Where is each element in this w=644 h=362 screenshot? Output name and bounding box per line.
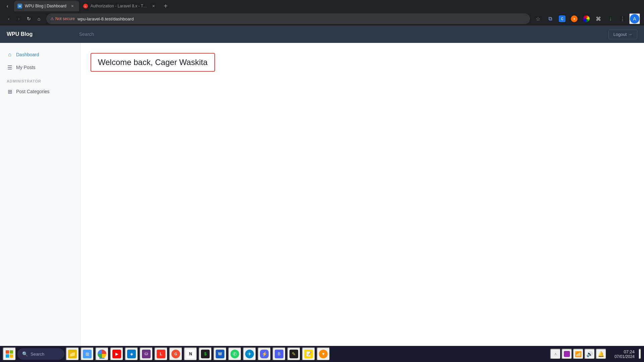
taskbar-pin-file-manager[interactable]: 📁	[66, 347, 79, 361]
extension-4[interactable]: ↓	[605, 13, 616, 24]
taskbar-pin-notion[interactable]: N	[184, 347, 197, 361]
extensions-menu[interactable]: ⋮	[617, 13, 628, 24]
search-input[interactable]	[79, 32, 603, 37]
tray-network-icon[interactable]: 📶	[573, 349, 584, 359]
taskbar-clock[interactable]: 07:24 07/01/2024	[610, 349, 637, 359]
tab-close-wpu[interactable]: ×	[69, 3, 76, 9]
taskbar-pin-telegram[interactable]: ✈	[243, 347, 256, 361]
sidebar-label-my-posts: My Posts	[16, 65, 36, 70]
notes-icon: ✎	[289, 350, 298, 358]
taskbar-pin-discord[interactable]: ⚡	[258, 347, 271, 361]
address-bar[interactable]: ⚠ Not secure wpu-laravel-8.test/dashboar…	[46, 13, 530, 24]
logout-label: Logout →	[613, 32, 632, 37]
extensions-button[interactable]: ⧉	[545, 13, 555, 24]
browser2-icon: B	[275, 350, 283, 358]
files-icon: ⊞	[83, 350, 92, 358]
extension-2[interactable]: ✦	[569, 13, 580, 24]
chevron-left-icon: ‹	[7, 3, 8, 9]
toolbar-icons: ☆ ⧉ C ✦ ⌘ ↓ ⋮ A	[533, 13, 640, 24]
profile-button[interactable]: A	[629, 13, 640, 24]
word-icon: W	[216, 350, 224, 358]
address-url: wpu-laravel-8.test/dashboard	[77, 16, 526, 21]
taskbar-pin-files[interactable]: ⊞	[80, 347, 94, 361]
whatsapp-icon: ✆	[230, 350, 239, 358]
tab-favicon-laravel: L	[83, 4, 88, 8]
telegram-icon: ✈	[245, 350, 254, 358]
taskbar-pin-chrome[interactable]	[95, 347, 109, 361]
taskbar-pin-git[interactable]: G	[169, 347, 182, 361]
clock-time: 07:24	[624, 349, 635, 354]
tab-close-laravel[interactable]: ×	[150, 3, 157, 9]
laravel-icon: L	[157, 350, 165, 358]
app-navbar: WPU Blog Logout →	[0, 25, 644, 43]
file-icon: ☰	[7, 64, 13, 70]
bookmark-button[interactable]: ☆	[533, 13, 543, 24]
discord-icon: ⚡	[260, 350, 269, 358]
taskbar-pin-whatsapp[interactable]: ✆	[228, 347, 241, 361]
taskbar-search-box[interactable]: 🔍 Search	[17, 348, 64, 360]
home-icon: ⌂	[7, 52, 13, 58]
tray-volume-icon[interactable]: 🔊	[584, 349, 595, 359]
show-desktop-button[interactable]	[639, 349, 641, 359]
tab-favicon-wpu: W	[17, 4, 22, 8]
db-icon: ⛁	[142, 350, 151, 358]
sticky-icon: 📝	[304, 350, 313, 358]
taskbar-pin-word[interactable]: W	[213, 347, 227, 361]
extension-1[interactable]: C	[557, 13, 568, 24]
app-brand: WPU Blog	[7, 31, 74, 37]
taskbar-search-icon: 🔍	[22, 351, 28, 357]
youtube-icon: ▶	[112, 350, 121, 358]
tray-overflow[interactable]: ∧	[550, 349, 561, 359]
taskbar-pin-sticky[interactable]: 📝	[302, 347, 315, 361]
taskbar-pin-notes[interactable]: ✎	[287, 347, 301, 361]
tray-purple-icon[interactable]	[561, 349, 572, 359]
main-content: Welcome back, Cager Waskita	[80, 43, 644, 362]
extension-rainbow[interactable]	[581, 13, 592, 24]
warning-icon: ⚠	[50, 16, 54, 21]
reload-button[interactable]: ↻	[24, 14, 34, 23]
new-tab-button[interactable]: +	[161, 1, 170, 11]
clock-date: 07/01/2024	[614, 354, 635, 359]
taskbar-pin-youtube[interactable]: ▶	[110, 347, 123, 361]
sidebar: ⌂ Dashboard ☰ My Posts ADMINISTRATOR ⊞ P…	[0, 43, 80, 362]
address-bar-row: ‹ › ↻ ⌂ ⚠ Not secure wpu-laravel-8.test/…	[0, 12, 644, 25]
git-icon: G	[171, 350, 180, 358]
windows-logo-icon	[6, 350, 13, 358]
file-manager-icon: 📁	[68, 350, 77, 358]
taskbar-pin-db[interactable]: ⛁	[140, 347, 153, 361]
sidebar-item-post-categories[interactable]: ⊞ Post Categories	[0, 85, 80, 98]
security-label: Not secure	[55, 16, 75, 21]
taskbar-pin-browser2[interactable]: B	[272, 347, 286, 361]
system-tray: ∧ 📶 🔊 🔔	[547, 349, 609, 359]
app-container: WPU Blog Logout → ⌂ Dashboard ☰ My Posts…	[0, 25, 644, 362]
logout-button[interactable]: Logout →	[608, 29, 637, 39]
chrome-icon	[98, 350, 106, 358]
browser-chrome: ‹ W WPU Blog | Dashboard × L Authorizati…	[0, 0, 644, 25]
taskbar-pin-terminal[interactable]: $	[199, 347, 212, 361]
taskbar-pin-vlc[interactable]: ▼	[317, 347, 330, 361]
tab-laravel-auth[interactable]: L Authorization - Laravel 8.x - Th... ×	[80, 1, 160, 11]
taskbar: 🔍 Search 📁 ⊞ ▶ ◈ ⛁ L G N $ W ✆	[0, 346, 644, 362]
start-button[interactable]	[3, 347, 16, 361]
welcome-heading: Welcome back, Cager Waskita	[98, 58, 208, 67]
tray-battery-icon[interactable]: 🔔	[596, 349, 606, 359]
tab-title-laravel: Authorization - Laravel 8.x - Th...	[91, 4, 148, 8]
grid-icon: ⊞	[7, 88, 13, 95]
back-button[interactable]: ‹	[4, 14, 13, 23]
tab-wpu-blog[interactable]: W WPU Blog | Dashboard ×	[14, 1, 79, 11]
home-button[interactable]: ⌂	[34, 14, 44, 23]
sidebar-item-my-posts[interactable]: ☰ My Posts	[0, 61, 80, 74]
sidebar-item-dashboard[interactable]: ⌂ Dashboard	[0, 48, 80, 61]
forward-button[interactable]: ›	[14, 14, 23, 23]
security-badge: ⚠ Not secure	[50, 16, 75, 21]
sidebar-label-post-categories: Post Categories	[16, 89, 50, 94]
sidebar-section-administrator: ADMINISTRATOR	[0, 74, 80, 85]
taskbar-pin-vscode[interactable]: ◈	[125, 347, 138, 361]
extension-3[interactable]: ⌘	[593, 13, 604, 24]
tab-back-btn[interactable]: ‹	[3, 1, 12, 11]
notion-icon: N	[186, 350, 195, 358]
taskbar-pin-laravel[interactable]: L	[154, 347, 168, 361]
tab-title-wpu: WPU Blog | Dashboard	[25, 4, 66, 8]
tab-bar: ‹ W WPU Blog | Dashboard × L Authorizati…	[0, 0, 644, 12]
sidebar-label-dashboard: Dashboard	[16, 52, 39, 57]
